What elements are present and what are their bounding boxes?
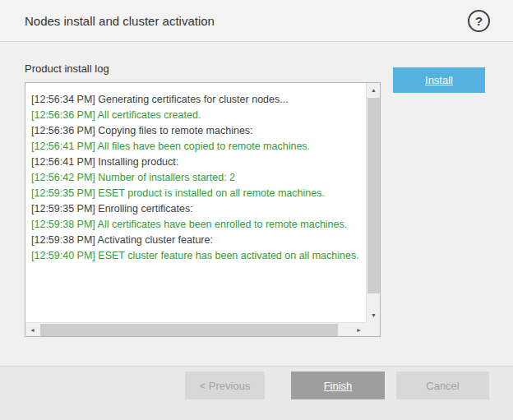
install-log-label: Product install log [25,62,109,75]
install-log-box: [12:56:34 PM] Generating certificates fo… [25,82,381,337]
install-button[interactable]: Install [393,67,485,93]
wizard-dialog: Nodes install and cluster activation ? P… [0,0,513,420]
scroll-down-icon[interactable]: ▼ [367,308,381,322]
page-title: Nodes install and cluster activation [25,14,468,28]
log-line: [12:56:41 PM] All files have been copied… [31,139,364,155]
log-line: [12:56:36 PM] Copying files to remote ma… [31,123,364,139]
log-line: [12:59:40 PM] ESET cluster feature has b… [31,248,364,264]
help-button[interactable]: ? [468,10,490,32]
log-line: [12:59:35 PM] Enrolling certificates: [31,201,364,217]
scroll-right-icon[interactable]: ► [352,323,366,336]
scroll-left-icon[interactable]: ◄ [25,323,39,336]
scroll-up-icon[interactable]: ▲ [367,83,381,97]
horizontal-scrollbar[interactable]: ◄ ► [25,322,366,336]
log-line: [12:56:41 PM] Installing product: [31,155,364,170]
log-line: [12:56:42 PM] Number of installers start… [31,170,364,186]
finish-button[interactable]: Finish [291,372,385,399]
log-line: [12:56:34 PM] Generating certificates fo… [31,92,364,108]
dialog-footer: < Previous Finish Cancel [0,366,513,420]
log-line: [12:59:35 PM] ESET product is installed … [31,186,364,201]
scrollbar-corner [366,322,380,336]
cancel-button[interactable]: Cancel [396,372,489,399]
vertical-scroll-thumb[interactable] [367,98,380,293]
previous-button[interactable]: < Previous [185,372,265,399]
log-line: [12:59:38 PM] All certificates have been… [31,217,364,233]
log-lines[interactable]: [12:56:34 PM] Generating certificates fo… [25,83,366,322]
horizontal-scroll-thumb[interactable] [40,324,338,336]
vertical-scrollbar[interactable]: ▲ ▼ [366,83,380,322]
dialog-header: Nodes install and cluster activation ? [0,0,513,42]
question-mark-icon: ? [475,14,483,28]
log-line: [12:56:36 PM] All certificates created. [31,108,364,123]
log-line: [12:59:38 PM] Activating cluster feature… [31,233,364,248]
